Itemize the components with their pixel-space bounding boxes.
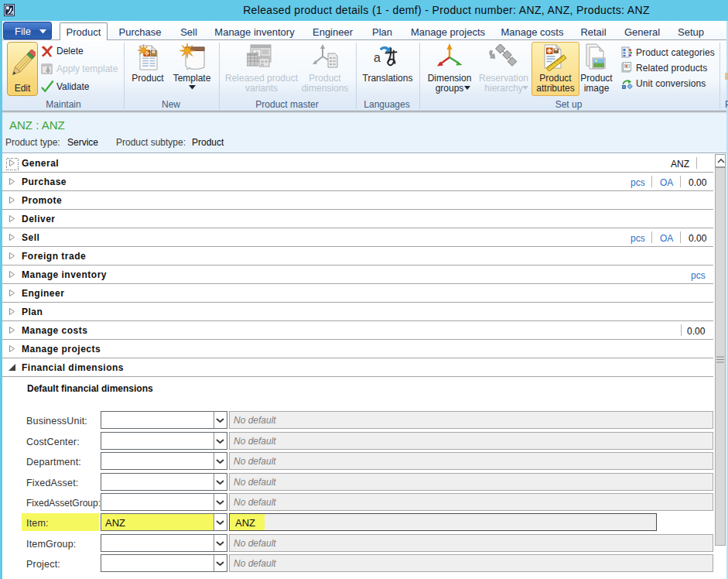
svg-text:a: a [374,51,381,64]
